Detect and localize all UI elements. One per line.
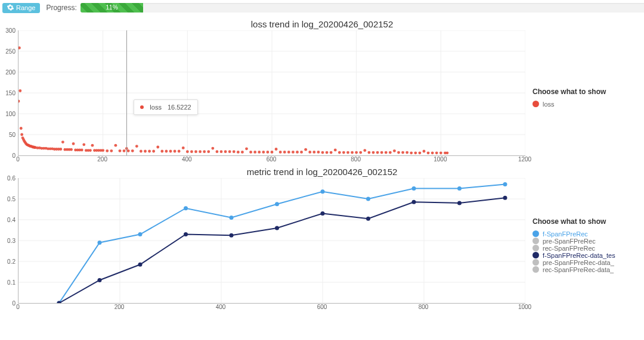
- svg-point-61: [91, 144, 94, 147]
- loss-chart: loss trend in log_20200426_002152 050100…: [0, 19, 644, 164]
- svg-point-14: [18, 100, 20, 103]
- legend-swatch-icon: [532, 259, 539, 266]
- svg-point-124: [342, 151, 345, 154]
- svg-point-122: [334, 149, 337, 152]
- svg-point-96: [224, 150, 227, 153]
- svg-point-139: [405, 151, 408, 154]
- loss-plot-area[interactable]: loss 16.5222: [18, 30, 525, 156]
- svg-point-47: [61, 141, 64, 144]
- svg-point-172: [457, 186, 462, 191]
- progress-label: Progress:: [46, 4, 76, 12]
- progress-text: 11%: [106, 4, 118, 11]
- progress-bar: 11%: [80, 3, 644, 13]
- svg-point-149: [446, 151, 449, 154]
- legend-item[interactable]: f-SpanFPreRec-data_tes: [532, 252, 628, 259]
- legend-item[interactable]: rec-SpanFPreRec: [532, 245, 628, 252]
- legend-item[interactable]: pre-SpanFPreRec-data_: [532, 259, 628, 266]
- svg-point-57: [82, 143, 85, 146]
- svg-point-128: [359, 151, 362, 154]
- top-bar: Range Progress: 11%: [0, 0, 644, 17]
- svg-point-130: [368, 151, 371, 154]
- y-axis: 00.10.20.30.40.50.6: [0, 178, 18, 303]
- svg-point-180: [321, 211, 325, 216]
- svg-point-179: [275, 226, 279, 230]
- legend-swatch-icon: [532, 230, 539, 237]
- svg-point-73: [127, 149, 130, 152]
- svg-point-176: [138, 263, 143, 267]
- svg-point-125: [346, 151, 349, 154]
- svg-point-182: [412, 200, 416, 204]
- tooltip-series: loss: [150, 104, 162, 111]
- svg-point-100: [241, 151, 244, 154]
- legend-label: rec-SpanFPreRec: [543, 245, 595, 252]
- svg-point-142: [419, 151, 422, 154]
- svg-point-110: [283, 151, 286, 154]
- gear-icon: [7, 4, 14, 12]
- tooltip: loss 16.5222: [134, 99, 197, 115]
- svg-point-119: [321, 151, 324, 154]
- svg-point-178: [230, 233, 234, 238]
- svg-point-89: [194, 150, 197, 153]
- legend-item[interactable]: f-SpanFPreRec: [532, 230, 628, 238]
- svg-point-170: [366, 197, 370, 201]
- svg-point-82: [165, 150, 168, 153]
- svg-point-83: [169, 150, 172, 153]
- svg-point-175: [98, 278, 102, 282]
- y-axis: 050100150200250300: [0, 30, 18, 155]
- svg-point-76: [140, 150, 143, 153]
- range-button[interactable]: Range: [2, 3, 40, 13]
- svg-point-137: [397, 151, 400, 154]
- svg-point-171: [412, 186, 416, 191]
- svg-point-166: [184, 206, 188, 210]
- legend-label: f-SpanFPreRec-data_tes: [543, 252, 615, 259]
- svg-point-97: [228, 150, 231, 153]
- svg-point-129: [363, 149, 366, 152]
- svg-point-181: [366, 217, 370, 221]
- svg-point-147: [439, 151, 442, 154]
- legend-item[interactable]: rec-SpanFPreRec-data_: [532, 266, 628, 273]
- svg-point-177: [184, 232, 188, 236]
- svg-point-101: [245, 147, 248, 150]
- x-axis: 02004006008001000: [18, 304, 525, 312]
- svg-point-184: [503, 196, 507, 200]
- legend-label: pre-SpanFPreRec: [543, 238, 596, 245]
- svg-point-136: [393, 149, 396, 152]
- svg-point-173: [503, 182, 507, 186]
- svg-point-86: [182, 146, 185, 149]
- metric-plot-area[interactable]: [18, 178, 525, 304]
- svg-point-108: [275, 148, 278, 151]
- svg-point-106: [267, 151, 270, 154]
- svg-point-95: [220, 150, 223, 153]
- svg-point-46: [59, 148, 62, 151]
- svg-point-140: [410, 151, 413, 154]
- svg-point-15: [18, 46, 21, 49]
- svg-point-146: [435, 151, 438, 154]
- svg-point-133: [380, 151, 383, 154]
- svg-point-131: [372, 151, 375, 154]
- svg-point-168: [275, 202, 279, 206]
- legend-item[interactable]: loss: [532, 101, 628, 108]
- svg-point-52: [72, 142, 75, 145]
- chart-title: metric trend in log_20200426_002152: [0, 167, 644, 177]
- svg-point-92: [207, 150, 210, 153]
- svg-point-71: [123, 149, 126, 152]
- svg-point-127: [355, 151, 358, 154]
- svg-point-120: [326, 151, 329, 154]
- svg-point-84: [174, 150, 177, 153]
- svg-point-81: [160, 150, 163, 153]
- svg-point-138: [401, 151, 404, 154]
- svg-point-117: [312, 151, 315, 154]
- svg-point-87: [186, 150, 189, 153]
- legend-item[interactable]: pre-SpanFPreRec: [532, 238, 628, 245]
- legend-label: rec-SpanFPreRec-data_: [543, 266, 614, 273]
- legend-label: f-SpanFPreRec: [543, 230, 588, 238]
- progress-fill: 11%: [80, 3, 144, 13]
- svg-point-132: [376, 151, 379, 154]
- svg-point-114: [300, 151, 303, 154]
- svg-point-141: [414, 151, 417, 154]
- svg-point-80: [156, 146, 159, 149]
- svg-point-109: [279, 151, 282, 154]
- svg-point-169: [321, 189, 325, 194]
- svg-point-90: [199, 150, 202, 153]
- svg-point-167: [230, 216, 234, 220]
